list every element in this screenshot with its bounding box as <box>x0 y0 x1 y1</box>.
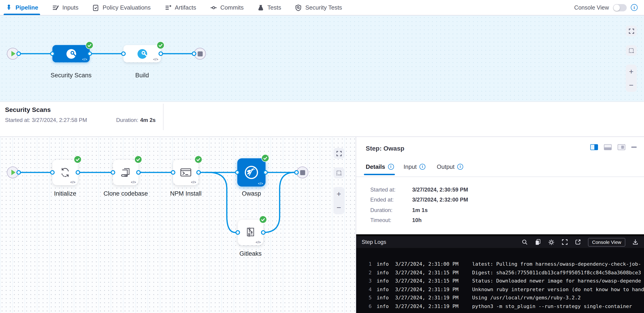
zoom-out-button[interactable]: − <box>629 81 634 89</box>
tab-label: Output <box>437 163 454 170</box>
download-icon[interactable] <box>632 239 638 245</box>
open-in-new-icon[interactable] <box>575 239 581 245</box>
connector-port <box>136 170 141 175</box>
layout-right-panel-icon[interactable] <box>590 144 598 150</box>
fullscreen-button[interactable] <box>626 25 637 36</box>
log-line: 2info3/27/2024, 2:31:15 PMDigest: sha256… <box>364 269 644 277</box>
terminal-icon <box>179 166 193 179</box>
success-badge <box>259 216 267 223</box>
step-label[interactable]: Gitleaks <box>221 250 280 257</box>
connector-port <box>261 230 266 235</box>
owasp-icon <box>243 164 260 181</box>
tab-tests[interactable]: Tests <box>257 0 281 15</box>
log-line: 4info3/27/2024, 2:31:19 PMUnknown ruby i… <box>364 286 644 294</box>
step-label[interactable]: Initialize <box>36 190 95 197</box>
pipeline-execution-page: Pipeline Inputs Policy Evaluations Artif… <box>0 0 644 313</box>
stage-graph-canvas[interactable]: </> </> Security Scans Build + − <box>0 15 644 101</box>
tab-pipeline[interactable]: Pipeline <box>6 0 38 15</box>
success-badge <box>157 41 164 49</box>
connector-port <box>158 51 163 56</box>
log-level: info <box>377 269 389 277</box>
step-node-npm-install[interactable]: </> <box>173 160 198 185</box>
stage-started-at: Started at: 3/27/2024, 2:27:58 PM <box>5 117 87 123</box>
layout-floating-panel-icon[interactable] <box>618 144 625 150</box>
step-node-initialize[interactable]: </> <box>52 160 78 185</box>
fullscreen-button[interactable] <box>334 148 344 159</box>
step-panel-header: Step: Owasp <box>356 137 644 161</box>
tab-label: Inputs <box>62 4 78 11</box>
settings-gear-icon[interactable] <box>548 239 555 246</box>
connector-port <box>16 51 21 56</box>
connector-port <box>192 51 196 56</box>
tab-policy-evaluations[interactable]: Policy Evaluations <box>92 0 151 15</box>
step-label[interactable]: NPM Install <box>156 190 216 197</box>
console-view-button[interactable]: Console View <box>588 238 625 246</box>
search-icon[interactable] <box>522 239 528 245</box>
zoom-in-button[interactable]: + <box>336 190 341 198</box>
execution-detail-row: </> </> </> </> </> <box>0 136 644 313</box>
tab-details[interactable]: Details i <box>366 163 394 170</box>
play-icon <box>12 51 16 56</box>
divider <box>163 104 164 130</box>
log-line-number: 4 <box>364 286 372 294</box>
zoom-out-button[interactable]: − <box>336 204 341 211</box>
panel-layout-controls <box>590 144 637 150</box>
log-output[interactable]: 1info3/27/2024, 2:31:00 PMlatest: Pullin… <box>356 248 644 311</box>
tab-artifacts[interactable]: Artifacts <box>164 0 196 15</box>
marquee-select-button[interactable] <box>626 45 637 56</box>
console-view-label: Console View <box>574 4 609 11</box>
stage-node-build[interactable]: </> <box>124 45 161 62</box>
fullscreen-icon[interactable] <box>562 239 568 245</box>
flask-icon <box>257 4 264 11</box>
log-level: info <box>377 277 389 286</box>
step-label[interactable]: Clone codebase <box>96 190 155 197</box>
code-tag-icon: </> <box>70 181 76 184</box>
code-tag-icon: </> <box>153 58 158 61</box>
code-tag-icon: </> <box>258 182 263 185</box>
layout-bottom-panel-icon[interactable] <box>604 144 612 150</box>
play-icon <box>12 170 16 175</box>
zoom-controls: + − <box>334 187 344 214</box>
connector-port <box>16 170 21 175</box>
tab-inputs[interactable]: Inputs <box>52 0 78 15</box>
step-graph-canvas[interactable]: </> </> </> </> </> <box>0 137 356 313</box>
step-node-clone-codebase[interactable]: </> <box>113 160 138 185</box>
info-icon[interactable]: i <box>388 164 394 170</box>
stage-node-security-scans[interactable]: </> <box>52 45 90 62</box>
step-node-owasp[interactable]: </> <box>237 158 266 187</box>
stage-label[interactable]: Build <box>112 72 172 79</box>
zoom-in-button[interactable]: + <box>629 67 634 75</box>
tab-output[interactable]: Output i <box>437 163 463 170</box>
step-label[interactable]: Owasp <box>222 190 281 197</box>
clone-codebase-icon <box>119 166 132 179</box>
pipeline-icon <box>6 4 12 11</box>
info-icon[interactable]: i <box>631 4 638 11</box>
connector-port <box>76 170 80 175</box>
connector-port <box>196 170 201 175</box>
log-level: info <box>377 294 389 302</box>
tab-security-tests[interactable]: Security Tests <box>295 0 342 15</box>
connector-port <box>121 51 126 56</box>
duration-value: 4m 2s <box>140 117 156 123</box>
tab-commits[interactable]: Commits <box>210 0 244 15</box>
marquee-select-button[interactable] <box>334 167 344 178</box>
connector-port <box>236 230 240 235</box>
nav-right-controls: Console View i <box>574 4 638 11</box>
copy-icon[interactable] <box>535 239 541 245</box>
stage-label[interactable]: Security Scans <box>42 72 101 79</box>
connector-port <box>235 170 240 175</box>
step-canvas-controls: + − <box>334 148 344 214</box>
minimize-panel-icon[interactable] <box>631 146 637 148</box>
ci-stage-icon <box>136 47 148 60</box>
info-icon[interactable]: i <box>420 164 426 170</box>
toggle-knob <box>614 4 620 11</box>
log-level: info <box>377 286 389 294</box>
step-node-gitleaks[interactable]: </> <box>238 220 263 245</box>
shield-search-icon <box>295 4 302 11</box>
tab-input[interactable]: Input i <box>404 163 426 170</box>
step-logs-section: Step Logs Console View 1info3/27/2024, 2… <box>356 234 644 313</box>
tab-label: Artifacts <box>175 4 196 11</box>
info-icon[interactable]: i <box>457 164 463 170</box>
stage-summary-title: Security Scans <box>5 106 51 113</box>
console-view-toggle[interactable] <box>613 4 627 11</box>
